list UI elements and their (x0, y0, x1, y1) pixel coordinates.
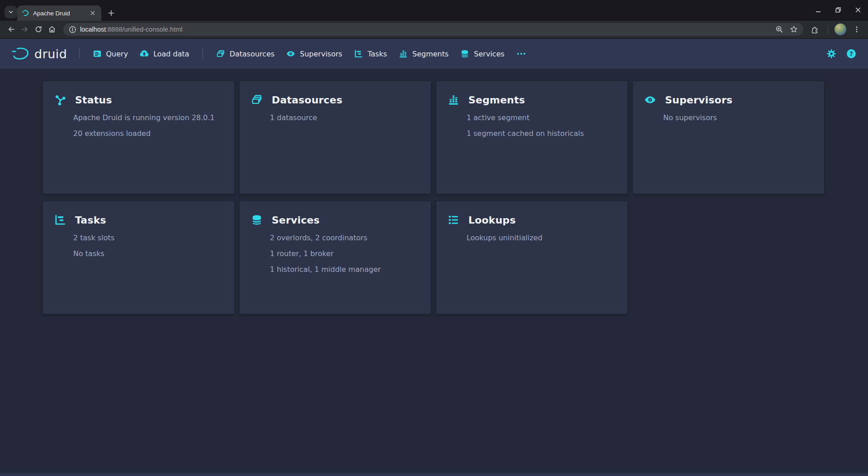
back-button[interactable] (5, 23, 18, 36)
card-line: 2 overlords, 2 coordinators (270, 233, 420, 242)
card-title: Status (75, 94, 112, 106)
url-host: localhost (80, 26, 106, 33)
reload-button[interactable] (32, 23, 45, 36)
card-line: 1 router, 1 broker (270, 249, 420, 258)
help-icon[interactable]: ? (846, 49, 856, 59)
druid-navbar: druid Query Load data (0, 39, 868, 69)
card-title: Services (272, 215, 320, 226)
segments-card[interactable]: Segments 1 active segment 1 segment cach… (436, 81, 627, 194)
segments-icon (448, 94, 459, 106)
tab-close-icon[interactable] (89, 9, 97, 17)
card-line: Lookups uninitialized (467, 233, 616, 242)
tab-title: Apache Druid (33, 10, 89, 17)
chevron-down-icon (8, 9, 14, 15)
druid-logo[interactable]: druid (12, 47, 67, 61)
druid-home-view: Status Apache Druid is running version 2… (0, 69, 868, 473)
window-minimize-button[interactable] (814, 5, 823, 14)
card-line: 1 datasource (270, 113, 420, 122)
browser-toolbar: localhost:8888/unified-console.html (0, 21, 868, 39)
card-line: No tasks (73, 249, 223, 258)
nav-divider (203, 49, 203, 59)
datasources-icon (216, 49, 225, 58)
browser-tab-strip: Apache Druid (0, 0, 868, 21)
home-cards-grid: Status Apache Druid is running version 2… (43, 81, 839, 322)
query-icon (93, 49, 102, 58)
services-card[interactable]: Services 2 overlords, 2 coordinators 1 r… (240, 201, 431, 314)
nav-label: Supervisors (300, 50, 342, 58)
window-close-button[interactable] (854, 5, 863, 14)
card-line: 2 task slots (73, 233, 223, 242)
nav-label: Tasks (368, 50, 387, 58)
supervisors-icon (286, 49, 295, 58)
nav-label: Services (474, 50, 504, 58)
tab-search-button[interactable] (5, 6, 17, 19)
nav-item-services[interactable]: Services (454, 45, 510, 63)
svg-text:?: ? (849, 50, 853, 57)
load-data-icon (140, 49, 149, 58)
nav-label: Query (106, 50, 128, 58)
druid-logo-icon (12, 47, 30, 61)
card-title: Lookups (468, 215, 516, 226)
services-icon (251, 214, 263, 226)
nav-item-tasks[interactable]: Tasks (348, 45, 393, 63)
gear-icon[interactable] (826, 49, 836, 59)
status-card[interactable]: Status Apache Druid is running version 2… (43, 81, 234, 194)
druid-logo-text: druid (34, 47, 67, 61)
toolbar-right-group (808, 23, 863, 36)
card-title: Supervisors (665, 94, 732, 106)
bookmark-star-icon[interactable] (790, 25, 798, 33)
zoom-page-icon[interactable] (775, 25, 783, 33)
services-icon (460, 49, 469, 58)
nav-item-supervisors[interactable]: Supervisors (280, 45, 348, 63)
nav-label: Load data (153, 50, 189, 58)
nav-item-segments[interactable]: Segments (393, 45, 454, 63)
card-line: Apache Druid is running version 28.0.1 (73, 113, 223, 122)
segments-icon (399, 49, 408, 58)
card-title: Datasources (272, 94, 342, 106)
supervisors-icon (644, 94, 656, 106)
lookups-card[interactable]: Lookups Lookups uninitialized (436, 201, 627, 314)
datasources-card[interactable]: Datasources 1 datasource (240, 81, 431, 194)
url-text: localhost:8888/unified-console.html (80, 26, 183, 33)
address-bar[interactable]: localhost:8888/unified-console.html (63, 23, 803, 36)
nav-more-button[interactable] (510, 45, 532, 63)
window-restore-button[interactable] (834, 5, 843, 14)
nav-item-query[interactable]: Query (87, 45, 134, 63)
tasks-card[interactable]: Tasks 2 task slots No tasks (43, 201, 234, 314)
profile-avatar[interactable] (835, 23, 846, 35)
card-line: 20 extensions loaded (73, 129, 223, 138)
card-line: No supervisors (663, 113, 813, 122)
forward-button[interactable] (18, 23, 32, 36)
datasources-icon (251, 94, 263, 106)
card-line: 1 historical, 1 middle manager (270, 265, 420, 274)
browser-menu-kebab-icon[interactable] (850, 23, 863, 36)
druid-favicon-icon (22, 9, 29, 17)
card-title: Tasks (75, 215, 106, 226)
toolbar-divider (828, 25, 828, 33)
site-info-icon[interactable] (69, 26, 76, 33)
more-dots-icon (516, 49, 526, 58)
nav-right-group: ? (826, 49, 856, 59)
card-line: 1 segment cached on historicals (467, 129, 616, 138)
nav-divider (79, 49, 80, 59)
supervisors-card[interactable]: Supervisors No supervisors (633, 81, 824, 194)
tasks-icon (354, 49, 363, 58)
browser-window: Apache Druid (0, 0, 868, 476)
window-bottom-edge (0, 473, 868, 476)
tasks-icon (54, 214, 66, 226)
nav-item-load-data[interactable]: Load data (134, 45, 195, 63)
lookups-icon (448, 214, 459, 226)
nav-item-datasources[interactable]: Datasources (210, 45, 281, 63)
browser-tab-active[interactable]: Apache Druid (17, 5, 101, 21)
card-title: Segments (468, 94, 525, 106)
new-tab-button[interactable] (105, 7, 118, 19)
window-controls (814, 4, 863, 16)
url-path: :8888/unified-console.html (106, 26, 182, 33)
nav-label: Datasources (230, 50, 275, 58)
status-graph-icon (54, 94, 66, 106)
extensions-puzzle-icon[interactable] (808, 23, 821, 36)
nav-label: Segments (412, 50, 448, 58)
home-button[interactable] (45, 23, 59, 36)
card-line: 1 active segment (467, 113, 616, 122)
